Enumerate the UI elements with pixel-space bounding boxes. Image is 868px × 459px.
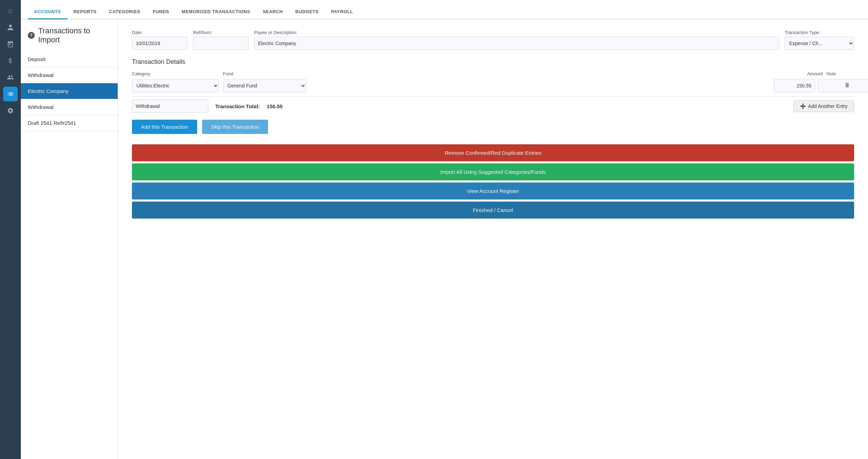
content-area: ? Transactions to Import Deposit Withdra… <box>21 19 868 459</box>
nav-search[interactable]: SEARCH <box>257 5 289 19</box>
add-another-entry-button[interactable]: ➕ Add Another Entry <box>793 100 854 112</box>
home-icon[interactable]: ⌂ <box>3 3 18 18</box>
plus-icon: ➕ <box>800 103 806 109</box>
refnum-field-group: Ref/Num: <box>193 30 249 50</box>
contacts-icon[interactable] <box>3 20 18 35</box>
list-item-withdrawal-1[interactable]: Withdrawal <box>21 67 118 83</box>
settings-icon[interactable] <box>3 103 18 118</box>
list-item-withdrawal-2[interactable]: Withdrawal <box>21 99 118 115</box>
refnum-input[interactable] <box>193 37 249 50</box>
type-field-group: Transaction Type: Expense / Ch... Deposi… <box>785 30 854 50</box>
type-label: Transaction Type: <box>785 30 854 35</box>
person-icon[interactable] <box>3 70 18 85</box>
amount-col-header: Amount Note <box>774 71 836 76</box>
fund-select[interactable]: General Fund Savings Fund <box>223 79 306 92</box>
page-title-area: ? Transactions to Import <box>21 26 118 51</box>
payee-input[interactable] <box>254 37 779 50</box>
page-title: Transactions to Import <box>38 26 111 44</box>
dollar-icon[interactable] <box>3 53 18 68</box>
form-header: Date: Ref/Num: Payee or Description: Tra… <box>132 30 854 50</box>
list-item-deposit[interactable]: Deposit <box>21 51 118 67</box>
withdrawal-input[interactable] <box>132 100 208 113</box>
transaction-total-value: 150.55 <box>267 103 283 109</box>
sidebar: ⌂ <box>0 0 21 459</box>
delete-row-button[interactable] <box>840 80 854 91</box>
import-all-button[interactable]: Import All Using Suggested Categories/Fu… <box>132 163 854 180</box>
main-area: ACCOUNTS REPORTS CATEGORIES FUNDS MEMORI… <box>21 0 868 459</box>
details-section-title: Transaction Details <box>132 58 854 66</box>
nav-categories[interactable]: CATEGORIES <box>103 5 147 19</box>
right-panel: Date: Ref/Num: Payee or Description: Tra… <box>118 19 868 459</box>
category-col-header: Category <box>132 71 219 76</box>
delete-col-header <box>840 71 854 76</box>
left-panel: ? Transactions to Import Deposit Withdra… <box>21 19 118 459</box>
transaction-type-select[interactable]: Expense / Ch... Deposit Transfer <box>785 37 854 50</box>
nav-budgets[interactable]: BUDGETS <box>289 5 325 19</box>
details-column-headers: Category Fund Amount Note <box>132 71 854 76</box>
calendar-icon[interactable] <box>3 37 18 51</box>
payee-label: Payee or Description: <box>254 30 779 35</box>
chart-icon[interactable] <box>3 87 18 101</box>
remove-duplicates-button[interactable]: Remove Confirmed/Red Duplicate Entries <box>132 144 854 161</box>
add-transaction-button[interactable]: Add this Transaction <box>132 120 197 134</box>
details-divider <box>132 96 854 97</box>
nav-accounts[interactable]: ACCOUNTS <box>28 5 67 19</box>
finished-cancel-button[interactable]: Finished / Cancel <box>132 202 854 219</box>
category-select[interactable]: Utilities:Electric Utilities:Gas Utiliti… <box>132 79 219 92</box>
view-register-button[interactable]: View Account Register <box>132 182 854 199</box>
details-row-0: Utilities:Electric Utilities:Gas Utiliti… <box>132 79 854 92</box>
amount-input[interactable] <box>774 79 815 92</box>
skip-transaction-button[interactable]: Skip this Transaction <box>202 120 268 134</box>
nav-funds[interactable]: FUNDS <box>147 5 175 19</box>
bulk-action-buttons: Remove Confirmed/Red Duplicate Entries I… <box>132 144 854 219</box>
date-label: Date: <box>132 30 187 35</box>
date-input[interactable] <box>132 37 187 50</box>
payee-field-group: Payee or Description: <box>254 30 779 50</box>
fund-col-header: Fund <box>223 71 306 76</box>
help-icon[interactable]: ? <box>28 32 35 39</box>
nav-reports[interactable]: REPORTS <box>67 5 103 19</box>
list-item-draft[interactable]: Draft 2541 Ref#2541 <box>21 115 118 131</box>
top-navigation: ACCOUNTS REPORTS CATEGORIES FUNDS MEMORI… <box>21 0 868 19</box>
bottom-row: Transaction Total: 150.55 ➕ Add Another … <box>132 100 854 113</box>
date-field-group: Date: <box>132 30 187 50</box>
refnum-label: Ref/Num: <box>193 30 249 35</box>
transaction-details-section: Transaction Details Category Fund Amount… <box>132 58 854 219</box>
transaction-total-label: Transaction Total: <box>215 103 260 109</box>
nav-payroll[interactable]: PAYROLL <box>325 5 359 19</box>
spacer-col <box>310 71 769 76</box>
list-item-electric-company[interactable]: Electric Company <box>21 83 118 99</box>
action-buttons: Add this Transaction Skip this Transacti… <box>132 120 854 134</box>
nav-memorized-transactions[interactable]: MEMORIZED TRANSACTIONS <box>175 5 256 19</box>
